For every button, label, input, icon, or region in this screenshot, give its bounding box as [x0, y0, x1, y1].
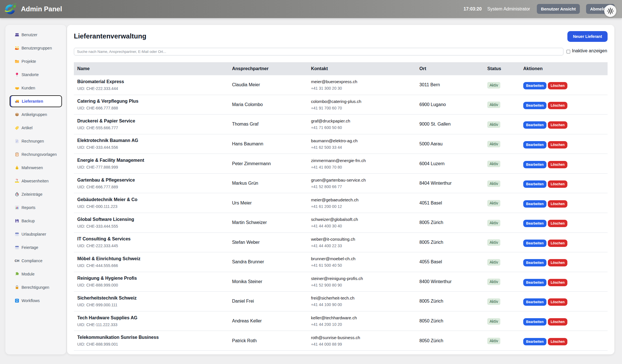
- svg-text:$: $: [16, 167, 18, 169]
- svg-text:CH: CH: [15, 259, 19, 262]
